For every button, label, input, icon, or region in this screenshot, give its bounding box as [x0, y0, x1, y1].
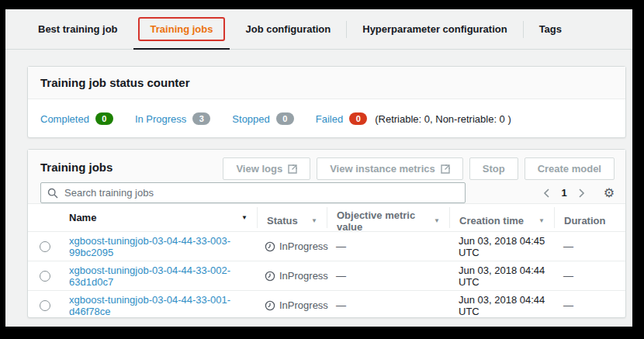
panel-title: Training jobs [40, 161, 113, 174]
status-counters: Completed 0 In Progress 3 Stopped 0 Fail… [28, 99, 625, 138]
console-page: Best training job Training jobs Job conf… [5, 9, 632, 327]
tab-label: Hyperparameter configuration [362, 23, 507, 35]
status-badge: 0 [349, 112, 367, 125]
status-badge: 3 [192, 112, 210, 125]
training-jobs-header: Training jobs View logs View instance me… [28, 150, 625, 204]
column-header-name[interactable]: Name ▼ [60, 210, 257, 226]
search-icon [47, 188, 58, 199]
job-name-link[interactable]: xgboost-tuningjob-03-04-44-33-001-d46f78… [69, 294, 230, 317]
status-text: InProgress [279, 240, 328, 252]
sort-filter-icon[interactable]: ▼ [241, 214, 248, 221]
table-row: xgboost-tuningjob-03-04-44-33-002-63d1d0… [28, 261, 625, 291]
duration-value: — [554, 299, 625, 311]
counter-in-progress-link[interactable]: In Progress [135, 113, 186, 125]
tab-bar: Best training job Training jobs Job conf… [5, 9, 632, 50]
table-row: xgboost-tuningjob-03-04-44-33-003-99bc20… [28, 232, 625, 261]
job-name-link[interactable]: xgboost-tuningjob-03-04-44-33-002-63d1d0… [69, 265, 230, 288]
tab-training-jobs[interactable]: Training jobs [133, 9, 230, 50]
table-row: xgboost-tuningjob-03-04-44-33-001-d46f78… [28, 291, 625, 320]
annotation-highlight-box: Training jobs [138, 17, 226, 41]
column-label: Status [267, 215, 298, 227]
tab-label: Job configuration [245, 23, 331, 35]
external-link-icon [441, 164, 450, 174]
status-cell: InProgress [257, 299, 327, 311]
next-page-icon[interactable] [578, 189, 585, 198]
training-jobs-panel: Training jobs View logs View instance me… [27, 149, 626, 318]
creation-time: Jun 03, 2018 04:44 UTC [449, 265, 554, 288]
objective-value: — [327, 270, 449, 282]
button-label: View logs [236, 163, 282, 175]
tab-tags[interactable]: Tags [524, 9, 577, 49]
settings-gear-icon[interactable]: ⚙ [604, 187, 615, 199]
status-cell: InProgress [257, 270, 327, 282]
counter-in-progress: In Progress 3 [135, 112, 210, 125]
button-label: View instance metrics [330, 163, 435, 175]
status-counter-header: Training job status counter [28, 67, 625, 99]
status-text: InProgress [279, 299, 328, 311]
counter-completed-link[interactable]: Completed [40, 113, 89, 125]
column-header-creation-time[interactable]: Creation time ▼ [449, 207, 554, 228]
job-name-link[interactable]: xgboost-tuningjob-03-04-44-33-003-99bc20… [69, 235, 230, 258]
search-box[interactable] [40, 182, 466, 203]
counter-stopped: Stopped 0 [232, 112, 293, 125]
previous-page-icon[interactable] [543, 189, 550, 198]
column-header-status[interactable]: Status ▼ [257, 207, 327, 228]
status-counter-panel: Training job status counter Completed 0 … [27, 66, 626, 138]
view-instance-metrics-button[interactable]: View instance metrics [317, 157, 463, 180]
pagination: 1 ⚙ [543, 187, 615, 199]
panel-title: Training job status counter [40, 76, 190, 89]
creation-time: Jun 03, 2018 04:45 UTC [449, 235, 554, 258]
row-radio[interactable] [40, 241, 50, 252]
tab-best-training-job[interactable]: Best training job [23, 9, 133, 49]
tab-label: Best training job [38, 23, 118, 35]
status-badge: 0 [95, 112, 113, 125]
table-header: Name ▼ Status ▼ Objective metric value ▼… [28, 204, 625, 232]
tab-hyperparameter-configuration[interactable]: Hyperparameter configuration [347, 9, 522, 49]
external-link-icon [288, 164, 297, 174]
in-progress-clock-icon [265, 271, 275, 282]
row-radio[interactable] [40, 271, 50, 282]
search-row: 1 ⚙ [40, 182, 615, 203]
stop-button[interactable]: Stop [469, 157, 518, 180]
counter-completed: Completed 0 [40, 112, 113, 125]
sort-filter-icon[interactable]: ▼ [538, 217, 545, 224]
failed-retriable-note: (Retriable: 0, Non-retriable: 0 ) [375, 113, 511, 125]
sort-filter-icon[interactable]: ▼ [434, 217, 440, 224]
action-buttons: View logs View instance metrics Stop Cre… [223, 157, 615, 180]
tab-label: Training jobs [151, 23, 213, 35]
row-radio[interactable] [40, 300, 50, 311]
objective-value: — [327, 299, 449, 311]
tab-job-configuration[interactable]: Job configuration [230, 9, 346, 49]
duration-value: — [554, 240, 625, 252]
column-label: Creation time [459, 215, 524, 227]
in-progress-clock-icon [265, 300, 275, 311]
in-progress-clock-icon [265, 241, 275, 252]
view-logs-button[interactable]: View logs [223, 157, 310, 180]
counter-failed: Failed 0 [316, 112, 367, 125]
counter-stopped-link[interactable]: Stopped [232, 113, 269, 125]
button-label: Create model [538, 163, 601, 175]
counter-failed-link[interactable]: Failed [316, 113, 343, 125]
status-cell: InProgress [257, 240, 327, 252]
sort-filter-icon[interactable]: ▼ [311, 217, 317, 224]
page-number[interactable]: 1 [561, 187, 566, 199]
column-label: Objective metric value [337, 209, 434, 233]
column-header-duration[interactable]: Duration [554, 207, 625, 228]
status-text: InProgress [279, 270, 328, 282]
duration-value: — [554, 270, 625, 282]
tab-label: Tags [539, 23, 562, 35]
search-input[interactable] [63, 186, 459, 199]
button-label: Stop [483, 163, 505, 175]
column-label: Name [69, 212, 96, 223]
status-badge: 0 [276, 112, 294, 125]
column-label: Duration [564, 215, 605, 227]
creation-time: Jun 03, 2018 04:44 UTC [449, 294, 554, 317]
column-header-objective[interactable]: Objective metric value ▼ [327, 207, 449, 228]
objective-value: — [327, 240, 449, 252]
create-model-button[interactable]: Create model [525, 157, 615, 180]
